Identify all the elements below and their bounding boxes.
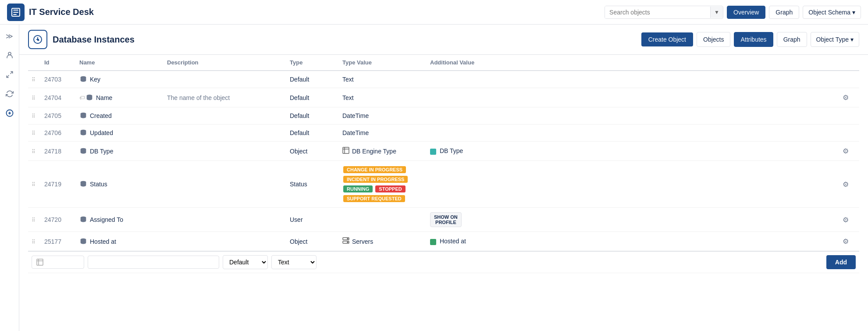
cell-additional-value	[427, 125, 837, 142]
col-header-description: Description	[164, 55, 286, 71]
col-header-name: Name	[76, 55, 164, 71]
cell-actions: ⚙	[837, 88, 859, 107]
gear-button[interactable]: ⚙	[841, 179, 850, 189]
cell-actions: ⚙	[837, 142, 859, 161]
status-badge: STOPPED	[375, 185, 405, 192]
search-wrap: ▼	[605, 6, 723, 19]
add-name-input[interactable]	[88, 256, 219, 269]
cell-type-value: DB Engine Type	[339, 142, 427, 161]
attributes-button[interactable]: Attributes	[734, 32, 773, 47]
cell-actions	[837, 125, 859, 142]
cell-type-value: Servers	[339, 232, 427, 252]
cell-id: 24704	[41, 88, 76, 107]
graph-sub-button[interactable]: Graph	[777, 32, 807, 47]
table-row: ⠿ 24718 DB Type Object	[28, 142, 859, 161]
cell-additional-value	[427, 107, 837, 125]
search-dropdown-button[interactable]: ▼	[710, 7, 723, 18]
cell-name: Updated	[76, 125, 164, 142]
cell-type: Default	[286, 71, 339, 88]
overview-button[interactable]: Overview	[727, 6, 765, 19]
add-row-cell: Default Object Status User Text Integer …	[28, 251, 859, 273]
cell-actions: ⚙	[837, 232, 859, 252]
drag-handle[interactable]: ⠿	[32, 130, 37, 136]
table-row: ⠿ 24720 Assigned To User SHOW ONPR	[28, 208, 859, 232]
sidebar-add-icon[interactable]	[2, 105, 18, 121]
cell-type: Object	[286, 142, 339, 161]
col-header-type-value: Type Value	[339, 55, 427, 71]
drag-handle[interactable]: ⠿	[32, 149, 37, 155]
drag-handle[interactable]: ⠿	[32, 113, 37, 119]
col-header-id: Id	[41, 55, 76, 71]
svg-point-21	[347, 238, 348, 239]
graph-nav-button[interactable]: Graph	[769, 6, 799, 19]
cell-type: Object	[286, 232, 339, 252]
table-row: ⠿ 25177 Hosted at Object	[28, 232, 859, 252]
cell-description	[164, 161, 286, 208]
add-type-select[interactable]: Default Object Status User Text Integer …	[223, 255, 268, 269]
cell-description	[164, 125, 286, 142]
cell-name: Hosted at	[76, 232, 164, 252]
logo-area: IT Service Desk	[7, 4, 605, 21]
objects-button[interactable]: Objects	[697, 32, 730, 47]
app-title: IT Service Desk	[29, 7, 94, 17]
add-button[interactable]: Add	[826, 255, 856, 269]
drag-handle[interactable]: ⠿	[32, 182, 37, 188]
gear-button[interactable]: ⚙	[841, 236, 850, 246]
object-schema-button[interactable]: Object Schema ▾	[803, 6, 861, 19]
gear-button[interactable]: ⚙	[841, 93, 850, 103]
cell-id: 24703	[41, 71, 76, 88]
sidebar-user-icon[interactable]	[2, 47, 18, 63]
cell-additional-value	[427, 161, 837, 208]
cell-name: DB Type	[76, 142, 164, 161]
layout: ≫	[0, 25, 868, 331]
cell-description	[164, 232, 286, 252]
cell-additional-value: DB Type	[427, 142, 837, 161]
drag-handle[interactable]: ⠿	[32, 239, 37, 245]
drag-handle[interactable]: ⠿	[32, 95, 37, 101]
col-header-additional-value: Additional Value	[427, 55, 837, 71]
nav-right: ▼ Overview Graph Object Schema ▾	[605, 6, 861, 19]
chevron-down-icon: ▾	[852, 9, 855, 16]
svg-rect-23	[37, 259, 43, 265]
add-type-value-select[interactable]: Text Integer Float Date DateTime Boolean	[271, 255, 317, 269]
color-indicator	[430, 149, 436, 155]
add-row-inputs: Default Object Status User Text Integer …	[32, 255, 856, 269]
sidebar-expand-icon[interactable]	[2, 67, 18, 82]
add-input-icon-wrap	[32, 256, 84, 269]
cell-type-value: Text	[339, 71, 427, 88]
cell-id: 25177	[41, 232, 76, 252]
table-icon	[342, 147, 349, 155]
sidebar-refresh-icon[interactable]	[2, 86, 18, 102]
cell-type-value: DateTime	[339, 107, 427, 125]
table-row: ⠿ 24704 🏷 Name The name of the object De…	[28, 88, 859, 107]
cell-type: Status	[286, 161, 339, 208]
gear-button[interactable]: ⚙	[841, 215, 850, 225]
show-on-profile-button[interactable]: SHOW ONPROFILE	[430, 212, 462, 227]
sidebar: ≫	[0, 25, 19, 331]
server-icon	[342, 237, 349, 246]
attributes-table-wrap: Id Name Description Type Type Value Addi…	[19, 55, 868, 273]
cell-type-value	[339, 208, 427, 232]
status-badge: INCIDENT IN PROGRESS	[343, 176, 408, 183]
status-badges: CHANGE IN PROGRESS INCIDENT IN PROGRESS …	[342, 165, 423, 203]
svg-point-22	[347, 242, 348, 243]
cell-type: User	[286, 208, 339, 232]
status-badge: SUPPORT REQUESTED	[343, 195, 405, 202]
create-object-button[interactable]: Create Object	[641, 32, 693, 46]
drag-handle[interactable]: ⠿	[32, 217, 37, 223]
drag-handle[interactable]: ⠿	[32, 77, 37, 83]
gear-button[interactable]: ⚙	[841, 146, 850, 156]
sub-header-actions: Create Object Objects Attributes Graph O…	[641, 32, 859, 47]
tag-icon: 🏷	[79, 95, 85, 101]
page-title: Database Instances	[53, 35, 636, 45]
cell-additional-value	[427, 88, 837, 107]
sidebar-collapse-icon[interactable]: ≫	[2, 28, 18, 44]
cell-name: Status	[76, 161, 164, 208]
cell-additional-value	[427, 71, 837, 88]
search-input[interactable]	[605, 6, 710, 18]
cell-name: Created	[76, 107, 164, 125]
cell-type-value: CHANGE IN PROGRESS INCIDENT IN PROGRESS …	[339, 161, 427, 208]
cell-description	[164, 107, 286, 125]
table-row: ⠿ 24706 Updated Default DateTime	[28, 125, 859, 142]
object-type-button[interactable]: Object Type ▾	[811, 32, 859, 47]
